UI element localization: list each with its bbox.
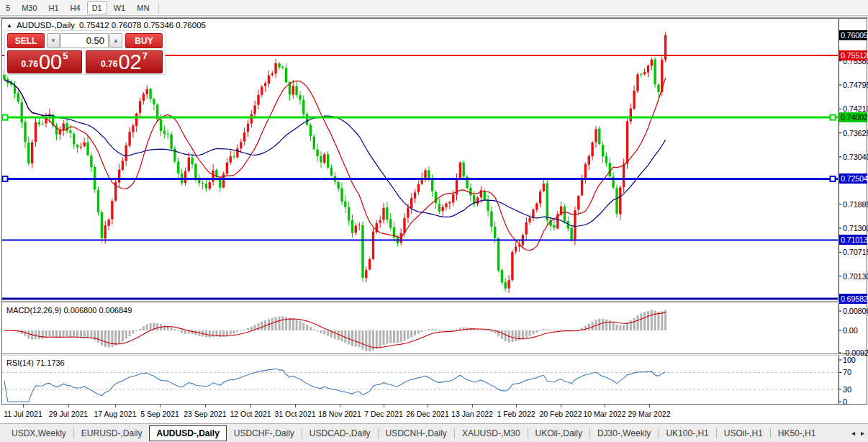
hline-handle[interactable] [831, 115, 836, 120]
price-tick: 0.73040 [843, 153, 867, 162]
buy-button[interactable]: BUY [125, 33, 163, 48]
price-tick: 0.73625 [843, 129, 867, 138]
sell-price-big: 00 [39, 53, 62, 71]
buy-price-big: 02 [118, 53, 141, 71]
buy-price-sup: 7 [143, 50, 148, 61]
chart-tab-usoil-h1[interactable]: USOil-,H1 [717, 426, 770, 441]
date-label: 12 Oct 2021 [230, 410, 271, 418]
price-tick: 0.74795 [843, 81, 867, 90]
hline-handle[interactable] [3, 115, 8, 120]
pane-separator-rsi[interactable] [2, 353, 867, 356]
timeframe-button-H1[interactable]: H1 [44, 2, 64, 14]
date-tick [115, 405, 116, 407]
sell-button[interactable]: SELL [7, 33, 45, 48]
date-label: 26 Dec 2021 [406, 410, 449, 418]
sell-price-sup: 5 [63, 50, 68, 61]
tab-scroll-arrows: ◂ ▸ [851, 429, 864, 437]
date-tick [68, 405, 69, 407]
tabs-holder: USDX,WeeklyEURUSD-,DailyAUDUSD-,DailyUSD… [4, 425, 823, 441]
date-tick [472, 405, 473, 407]
rsi-axis-tick: 0 [843, 397, 847, 406]
chart-tab-usdcad-daily[interactable]: USDCAD-,Daily [302, 426, 378, 441]
hline-handle[interactable] [3, 176, 8, 181]
tab-scroll-right-icon[interactable]: ▸ [861, 429, 864, 437]
one-click-trade-widget: SELL ▼ ▲ BUY 0.76 00 5 0.76 02 7 [4, 30, 166, 75]
timeframe-button-MN[interactable]: MN [132, 2, 154, 14]
sell-price-tile[interactable]: 0.76 00 5 [7, 50, 82, 73]
toolbar-divider [0, 16, 868, 18]
current-price-badge: 0.76005 [839, 30, 867, 40]
date-tick [295, 405, 296, 407]
date-axis[interactable]: 11 Jul 202129 Jul 202117 Aug 20215 Sep 2… [0, 405, 868, 423]
chart-tab-usdx-weekly[interactable]: USDX,Weekly [4, 426, 73, 441]
hline-handle[interactable] [831, 176, 836, 181]
date-label: 11 Jul 2021 [4, 410, 42, 418]
rsi-pane[interactable] [0, 356, 868, 404]
date-tick [23, 405, 24, 407]
macd-axis-tick: 0.00 [843, 326, 858, 335]
chart-tabbar: USDX,WeeklyEURUSD-,DailyAUDUSD-,DailyUSD… [0, 423, 868, 442]
macd-axis-tick: 0.008061 [843, 307, 868, 315]
buy-price-tile[interactable]: 0.76 02 7 [86, 50, 163, 73]
hline-price-badge: 0.71013 [839, 235, 867, 245]
rsi-axis-tick: 30 [843, 385, 851, 394]
pane-separator-macd[interactable] [2, 301, 867, 303]
date-label: 7 Dec 2021 [364, 410, 403, 418]
date-label: 29 Jul 2021 [49, 410, 88, 418]
chart-ohlc-values: 0.75412 0.76078 0.75346 0.76005 [79, 21, 206, 30]
date-label: 31 Oct 2021 [274, 410, 315, 418]
chart-tab-xauusd-m30[interactable]: XAUUSD-,M30 [455, 426, 528, 441]
toolbar-separator [158, 2, 159, 14]
buy-price-prefix: 0.76 [101, 59, 117, 69]
date-tick [340, 405, 340, 407]
date-tick [605, 405, 605, 407]
volume-decrease-button[interactable]: ▼ [47, 33, 60, 48]
date-tick [250, 405, 251, 407]
timeframe-button-M30[interactable]: M30 [17, 2, 42, 14]
tab-scroll-left-icon[interactable]: ◂ [851, 429, 855, 437]
date-label: 1 Feb 2022 [497, 410, 535, 418]
date-tick [649, 405, 650, 407]
date-tick [384, 405, 384, 407]
chart-tab-audusd-daily[interactable]: AUDUSD-,Daily [149, 425, 226, 441]
rsi-label: RSI(14) 71.1736 [6, 358, 65, 367]
mt4-window: 5M30H1H4D1W1MN ▲ AUDUSD-,Daily 0.75412 0… [0, 0, 868, 442]
chart-tab-dj30-weekly[interactable]: DJ30-,Weekly [590, 426, 658, 441]
date-label: 5 Sep 2021 [140, 410, 179, 418]
hline-price-badge: 0.72504 [839, 173, 867, 184]
volume-input[interactable] [60, 33, 109, 48]
volume-increase-button[interactable]: ▲ [109, 33, 122, 48]
date-label: 23 Sep 2021 [184, 410, 227, 418]
collapse-triangle-icon[interactable]: ▲ [6, 22, 12, 29]
chart-symbol-title: AUDUSD-,Daily [17, 21, 75, 30]
chart-tab-ukoil-daily[interactable]: UKOil-,Daily [528, 426, 589, 441]
price-axis-line [838, 19, 839, 404]
date-label: 17 Aug 2021 [94, 410, 137, 418]
date-label: 29 Mar 2022 [628, 410, 671, 418]
chart-tab-uk100-h1[interactable]: UK100-,H1 [659, 426, 715, 441]
hline-price-badge: 0.69582 [839, 294, 867, 304]
timeframe-button-D1[interactable]: D1 [87, 1, 107, 14]
timeframe-button-H4[interactable]: H4 [65, 2, 86, 14]
chart-tab-usdcnh-daily[interactable]: USDCNH-,Daily [379, 426, 454, 441]
rsi-axis-tick: 100 [843, 356, 856, 364]
chart-tab-hk50-h1[interactable]: HK50-,H1 [771, 426, 823, 441]
date-label: 20 Feb 2022 [540, 410, 582, 418]
timeframe-toolbar: 5M30H1H4D1W1MN [0, 0, 868, 16]
date-label: 18 Nov 2021 [318, 410, 361, 418]
hline-price-badge: 0.75512 [839, 50, 867, 60]
chart-header: ▲ AUDUSD-,Daily 0.75412 0.76078 0.75346 … [6, 21, 206, 30]
price-tick: 0.71885 [843, 200, 867, 209]
date-tick [561, 405, 561, 407]
timeframe-button-5[interactable]: 5 [1, 2, 15, 14]
date-tick [516, 405, 517, 407]
macd-label: MACD(12,26,9) 0.006800 0.006849 [6, 306, 132, 315]
chart-tab-eurusd-daily[interactable]: EURUSD-,Daily [74, 426, 150, 441]
date-tick [205, 405, 206, 407]
hline-price-badge: 0.74002 [839, 112, 867, 122]
price-tick: 0.70715 [843, 248, 867, 257]
timeframe-button-W1[interactable]: W1 [109, 2, 131, 14]
chart-tab-usdchf-daily[interactable]: USDCHF-,Daily [227, 426, 302, 441]
date-label: 10 Mar 2022 [584, 410, 626, 418]
sell-price-prefix: 0.76 [22, 59, 38, 69]
